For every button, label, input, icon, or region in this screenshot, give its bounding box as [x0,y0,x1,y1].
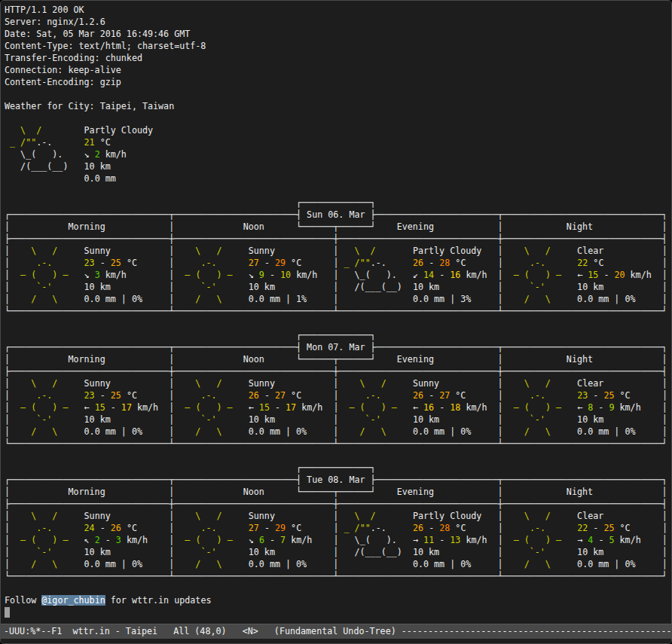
text-run: 10 km [84,282,111,292]
text-run: │ Morning │ Noon └──────┬──────┘ Evening… [5,221,667,232]
text-run: 26 [413,523,423,533]
text-run [408,559,413,569]
forecast-table-bottom: └──────────────────────────────┴────────… [5,438,671,450]
text-run: │ [5,270,10,280]
text-run: 10 km [249,547,275,557]
text-run: km/h [460,402,487,413]
text-run: │ [662,535,667,545]
forecast-table-row: │ `-' 10 km │ `-' 10 km │ /(___(__) 10 k… [5,281,671,293]
http-header-line: Content-Type: text/html; charset=utf-8 [5,40,671,52]
text-run: │ [662,282,667,292]
text-run: km/h [100,270,127,280]
text-run: │ [5,547,10,557]
text-run: 25 [111,390,121,401]
text-run [408,426,413,437]
partly-cloudy-icon: \_( ). [338,535,407,545]
text-run [307,426,333,437]
current-conditions-line: /(___(__) 10 km [5,160,671,172]
text-run: - [423,258,439,268]
forecast-date-box: ┌─────────────┐ [5,462,671,474]
text-run [312,535,333,545]
text-run [79,402,84,413]
text-run [137,390,169,401]
blank-line [5,317,671,329]
text-run [636,294,662,304]
text-run: km/h [286,535,312,545]
text-run [317,270,333,280]
forecast-table-row: │ / \ 0.0 mm | 0% │ / \ 0.0 mm | 1% │ 0.… [5,293,671,305]
text-run [243,378,249,389]
sunny-icon: `-' [338,414,407,425]
partly-cloudy-icon: _ /"" [5,137,36,148]
sunny-icon: `-' [174,547,243,557]
text-run [79,414,84,425]
text-run [487,535,498,545]
text-run: - [264,535,280,545]
text-run: for wttr.in updates [105,595,212,606]
blank-line [5,582,671,594]
text-run: 5 [609,535,614,545]
text-run: │ [5,511,10,521]
clear-icon: .-. [503,258,572,268]
text-run: - [95,258,111,268]
text-run: │ [662,559,667,569]
text-run [79,559,84,569]
text-run [652,270,662,280]
partly-cloudy-icon: _ /"" [338,258,370,268]
text-run [631,523,662,533]
text-run: 6 [259,535,264,545]
text-run: 17 [286,402,296,413]
text-run [111,246,169,256]
text-run: Date: Sat, 05 Mar 2016 16:49:46 GMT [5,29,190,39]
text-run: Server: nginx/1.2.6 [5,17,105,27]
text-run [79,523,84,533]
text-run [142,559,169,569]
text-run: 11 [423,535,434,545]
text-run: 15 [95,402,105,413]
text-run: 0.0 mm | 0% [413,559,471,569]
text-run [243,258,249,268]
text-run: °C [286,390,301,401]
text-run: 10 km [577,282,603,292]
forecast-table-row: │ .-. 23 - 25 °C │ .-. 27 - 29 °C │ _ /"… [5,257,671,269]
text-run: ┌──────────────────────────────┬────────… [5,209,307,220]
text-run: 23 [577,390,588,401]
text-run: │ Morning │ Noon └──────┬──────┘ Evening… [5,487,667,497]
text-run [603,246,661,256]
text-run [275,414,333,425]
text-run: Sunny [84,378,111,389]
partly-cloudy-icon: \ / [338,246,407,256]
text-run [439,378,497,389]
text-run: │ [5,523,10,533]
text-run [408,378,413,389]
text-run [466,523,497,533]
text-run: ← [413,402,423,413]
text-run: - [95,523,111,533]
text-run [307,294,333,304]
text-run: 0.0 mm | 0% [84,294,142,304]
clear-icon: .-. [503,523,572,533]
text-run: 24 [84,523,95,533]
text-run: ├───────────────────────┬───────────────… [365,475,667,485]
http-header-line: HTTP/1.1 200 OK [5,4,671,16]
current-conditions-line: _ /"".-. 21 °C [5,136,671,148]
text-run: 10 [280,270,291,280]
clear-icon: / \ [503,294,572,304]
text-run: 18 [450,402,460,413]
text-run: ↖ [84,535,95,545]
text-run: 0.0 mm | 0% [577,559,635,569]
clear-icon: `-' [503,414,572,425]
text-run: │ [498,547,503,557]
sunny-icon: .-. [10,258,78,268]
text-run: 9 [259,270,264,280]
text-run [487,270,498,280]
twitter-handle-link[interactable]: @igor_chubin [41,595,105,606]
text-run: │ [662,258,667,268]
forecast-date: Mon 07. Mar [307,342,365,353]
text-run: → [413,535,423,545]
partly-cloudy-icon: .-. [371,258,408,268]
text-run [408,246,413,256]
text-run [142,294,169,304]
text-run: 3 [116,535,121,545]
text-run: °C [588,258,603,268]
